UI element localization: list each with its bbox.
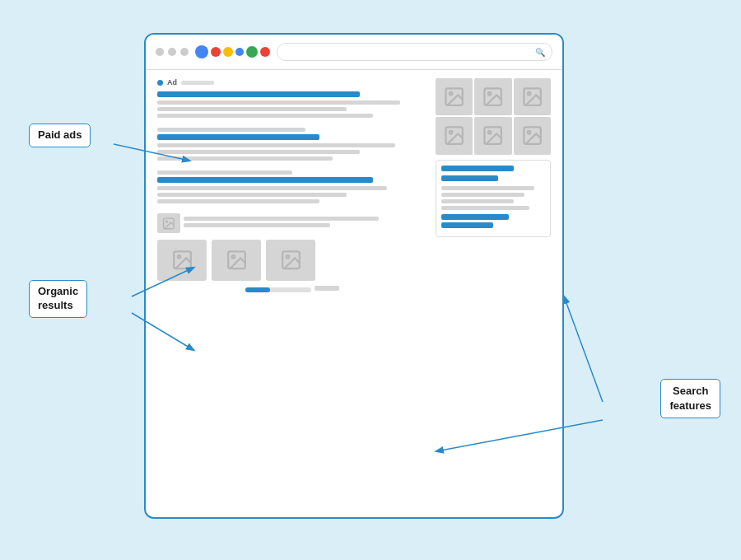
org1-url <box>157 128 305 132</box>
org1-desc1 <box>157 143 395 147</box>
organic-result-2 <box>157 170 427 203</box>
traffic-light-max <box>180 48 189 56</box>
grid-img-6 <box>514 117 551 154</box>
ad-label-row: Ad <box>157 78 427 86</box>
svg-point-1 <box>166 220 168 222</box>
grid-img-4 <box>436 117 473 154</box>
ad-separator <box>181 81 214 85</box>
grid-img-1 <box>436 78 473 115</box>
kp-desc4 <box>441 206 529 210</box>
image-result-1 <box>157 240 207 281</box>
scroll-extra <box>315 286 339 291</box>
ad-desc3 <box>157 114 373 118</box>
grid-img-3 <box>514 78 551 115</box>
grid-img-5 <box>474 117 511 154</box>
search-features-label-line2: features <box>669 399 711 412</box>
kp-desc3 <box>441 199 514 203</box>
img-snippet-bar2 <box>184 223 330 227</box>
svg-line-23 <box>564 296 603 402</box>
ad-text: Ad <box>167 78 177 86</box>
logo-dot-blue1 <box>195 45 208 58</box>
search-icon: 🔍 <box>535 48 545 57</box>
google-logo <box>195 45 270 58</box>
kp-title2 <box>441 175 498 181</box>
image-results-row <box>157 240 427 281</box>
traffic-lights <box>156 48 189 56</box>
logo-dot-red2 <box>260 47 270 57</box>
image-result-2 <box>212 240 261 281</box>
svg-point-15 <box>450 131 452 133</box>
svg-point-5 <box>231 255 234 258</box>
right-column <box>436 78 551 298</box>
org2-desc2 <box>157 193 347 197</box>
kp-link2 <box>441 222 493 228</box>
ad-result: Ad <box>157 78 427 118</box>
kp-title1 <box>441 166 514 171</box>
main-column: Ad <box>157 78 427 298</box>
organic-results-annotation: Organic results <box>29 280 87 318</box>
search-features-label-line1: Search <box>673 385 708 397</box>
org2-url <box>157 170 292 175</box>
svg-point-19 <box>528 131 530 133</box>
ad-desc1 <box>157 100 400 105</box>
svg-point-9 <box>450 92 452 95</box>
traffic-light-min <box>168 48 176 56</box>
organic-result-1 <box>157 128 427 161</box>
svg-point-3 <box>177 255 179 258</box>
kp-link1 <box>441 214 509 220</box>
svg-point-17 <box>488 131 491 133</box>
svg-point-7 <box>286 255 288 258</box>
org2-desc1 <box>157 186 387 190</box>
org1-title <box>157 134 319 140</box>
logo-dot-yellow <box>223 47 233 57</box>
scrollbar-area[interactable] <box>157 281 427 298</box>
browser-window: 🔍 Ad <box>144 33 564 519</box>
knowledge-panel <box>436 160 551 237</box>
scroll-track[interactable] <box>245 287 311 292</box>
browser-titlebar: 🔍 <box>146 35 562 70</box>
ad-dot <box>157 80 163 86</box>
org2-title <box>157 177 373 183</box>
ad-desc2 <box>157 107 347 111</box>
org1-desc2 <box>157 150 360 154</box>
logo-dot-blue2 <box>235 48 244 56</box>
browser-content: Ad <box>146 70 562 306</box>
org1-desc3 <box>157 156 333 161</box>
image-snippet-row <box>157 213 427 233</box>
ad-title-bar <box>157 91 360 97</box>
logo-dot-red <box>211 47 221 57</box>
scene: 🔍 Ad <box>16 16 725 544</box>
grid-img-2 <box>474 78 511 115</box>
search-features-annotation: Search features <box>660 379 720 418</box>
img-snippet-bar1 <box>184 217 379 221</box>
kp-desc2 <box>441 193 524 197</box>
search-bar[interactable]: 🔍 <box>277 43 552 61</box>
svg-point-11 <box>488 92 491 95</box>
org2-desc3 <box>157 199 319 203</box>
traffic-light-close <box>156 48 164 56</box>
logo-dot-green <box>246 46 258 58</box>
image-grid <box>436 78 551 155</box>
kp-desc1 <box>441 186 534 190</box>
scroll-thumb[interactable] <box>245 287 270 292</box>
image-result-3 <box>266 240 315 281</box>
svg-point-13 <box>528 92 530 95</box>
small-image-thumb <box>157 213 180 233</box>
paid-ads-annotation: Paid ads <box>29 124 91 147</box>
